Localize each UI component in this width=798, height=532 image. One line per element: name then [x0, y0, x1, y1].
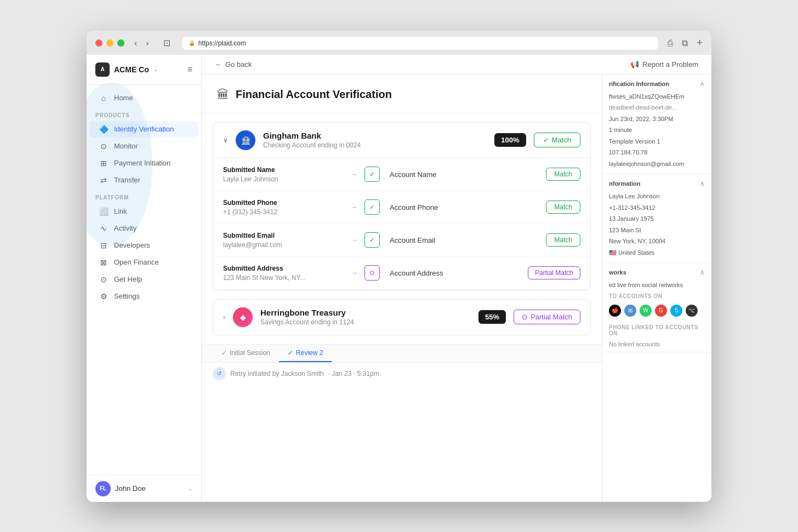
tab-review-2[interactable]: ✓ Review 2: [279, 345, 332, 362]
home-label: Home: [114, 94, 133, 102]
sidebar-item-home[interactable]: ⌂ Home: [90, 90, 198, 106]
sidebar-item-identity-verification[interactable]: 🔷 Identity Verification: [90, 121, 198, 138]
company-name: ACME Co: [114, 65, 149, 74]
submitted-name-label: Submitted Name: [223, 166, 344, 174]
herringbone-partial-match-button[interactable]: ⊙ Partial Match: [514, 310, 580, 324]
sidebar: A ACME Co ⌄ ≡ ⌂ Home PRODUCTS 🔷 Identity…: [87, 55, 202, 502]
gingham-logo-icon: 🏦: [241, 136, 250, 145]
company-info: A ACME Co ⌄: [95, 62, 158, 77]
gingham-chevron-icon[interactable]: ∨: [223, 136, 228, 144]
herringbone-chevron-icon[interactable]: ›: [223, 313, 225, 321]
networks-description: ed live from social networks: [602, 279, 711, 291]
back-arrow-icon: ←: [215, 60, 222, 68]
page-title: Financial Account Verification: [236, 88, 392, 101]
go-back-button[interactable]: ← Go back: [215, 60, 252, 68]
person-city: New York, NY, 10004: [602, 236, 711, 247]
address-verification-row: Submitted Address 123 Main St New York, …: [213, 257, 590, 290]
account-header-herringbone[interactable]: › ◆ Herringbone Treasury Savings Account…: [213, 300, 590, 335]
submitted-name-field: Submitted Name Layla Lee Johnson: [223, 166, 344, 183]
get-help-icon: ⊙: [99, 275, 109, 284]
sidebar-item-get-help[interactable]: ⊙ Get Help: [90, 271, 198, 288]
url-text: https://plaid.com: [198, 39, 246, 47]
bottom-tabs: ✓ Initial Session ✓ Review 2: [202, 344, 602, 362]
name-arrow-icon: →: [350, 170, 358, 179]
verification-info-title: rification Information: [609, 81, 669, 87]
close-button[interactable]: [95, 39, 102, 47]
phone-linked-label: PHONE LINKED TO ACCOUNTS ON: [602, 322, 711, 339]
bank-icon: 🏛: [217, 88, 229, 102]
initial-session-check: ✓: [221, 349, 227, 357]
sidebar-item-payment-initiation[interactable]: ⊞ Payment Initiation: [90, 155, 198, 171]
monitor-icon: ⊙: [99, 142, 109, 151]
personal-info-collapse[interactable]: ∧: [700, 180, 705, 187]
maximize-button[interactable]: [117, 39, 124, 47]
apple-icon: 🍎: [609, 305, 621, 317]
phone-match-button[interactable]: Match: [546, 201, 580, 214]
content-area: 🏛 Financial Account Verification ∨ 🏦 Gin…: [202, 75, 711, 502]
report-problem-button[interactable]: 📢 Report a Problem: [630, 60, 698, 68]
main-content: ← Go back 📢 Report a Problem 🏛 Financial…: [202, 55, 711, 502]
sidebar-menu-button[interactable]: ≡: [187, 65, 192, 75]
sidebar-item-developers[interactable]: ⊟ Developers: [90, 237, 198, 254]
verification-date: Jun 23rd, 2022, 3:30PM: [602, 113, 711, 125]
gingham-subtitle: Checking Account ending in 0024: [263, 141, 487, 149]
back-button[interactable]: ‹: [131, 37, 140, 49]
sidebar-item-activity[interactable]: ∿ Activity: [90, 220, 198, 237]
new-tab-button[interactable]: ⧉: [680, 36, 690, 50]
github-icon: ⌥: [686, 305, 698, 317]
lock-icon: 🔒: [189, 40, 195, 46]
retry-text: Retry initiated by Jackson Smith: [230, 370, 324, 377]
name-match-button[interactable]: Match: [546, 168, 580, 181]
company-chevron-icon[interactable]: ⌄: [153, 66, 158, 72]
account-header-gingham[interactable]: ∨ 🏦 Gingham Bank Checking Account ending…: [213, 123, 590, 158]
add-tab-button[interactable]: +: [697, 37, 703, 49]
sidebar-item-settings[interactable]: ⚙ Settings: [90, 288, 198, 305]
submitted-phone-field: Submitted Phone +1 (312) 345-3412: [223, 199, 344, 216]
open-finance-label: Open Finance: [114, 258, 159, 266]
person-street: 123 Main St: [602, 225, 711, 236]
nav-buttons: ‹ ›: [131, 37, 152, 49]
report-icon: 📢: [630, 60, 639, 68]
email-match-button[interactable]: Match: [546, 233, 580, 247]
home-icon: ⌂: [99, 94, 109, 102]
sidebar-footer: FL John Doe ⌄: [87, 475, 201, 502]
user-name: John Doe: [115, 484, 184, 493]
whatsapp-icon: W: [640, 305, 652, 317]
email-check-icon: ✓: [364, 232, 380, 248]
transfer-label: Transfer: [114, 176, 140, 184]
networks-header: works ∧: [602, 263, 711, 279]
submitted-address-field: Submitted Address 123 Main St New York, …: [223, 265, 344, 282]
share-button[interactable]: ⎙: [665, 36, 675, 50]
settings-icon: ⚙: [99, 292, 109, 301]
sidebar-item-open-finance[interactable]: ⊠ Open Finance: [90, 254, 198, 271]
phone-check-icon: ✓: [364, 199, 380, 215]
ip-address: 107.184.70.78: [602, 147, 711, 158]
personal-info-header: nformation ∧: [602, 174, 711, 191]
address-bar[interactable]: 🔒 https://plaid.com: [181, 36, 659, 50]
address-partial-match-button[interactable]: Partial Match: [528, 266, 580, 279]
forward-button[interactable]: ›: [142, 37, 152, 49]
skype-icon: S: [670, 305, 682, 317]
partial-match-icon: ⊙: [522, 313, 528, 321]
retry-timestamp: · Jan 23 · 5:31pm: [328, 370, 379, 377]
sidebar-item-transfer[interactable]: ⇄ Transfer: [90, 172, 198, 188]
account-card-gingham: ∨ 🏦 Gingham Bank Checking Account ending…: [213, 122, 591, 290]
email-arrow-icon: →: [350, 236, 358, 244]
sidebar-toggle-button[interactable]: ⊡: [159, 37, 175, 49]
developers-label: Developers: [114, 241, 150, 249]
verification-info-collapse[interactable]: ∧: [700, 80, 705, 88]
herringbone-info: Herringbone Treasury Savings Account end…: [260, 308, 471, 326]
phone-verification-row: Submitted Phone +1 (312) 345-3412 → ✓ Ac…: [213, 191, 590, 224]
tab-initial-session[interactable]: ✓ Initial Session: [213, 345, 279, 362]
networks-collapse[interactable]: ∧: [700, 268, 705, 276]
browser-chrome: ‹ › ⊡ 🔒 https://plaid.com ⎙ ⧉ +: [87, 31, 711, 55]
identity-verification-label: Identity Verification: [114, 125, 174, 133]
minimize-button[interactable]: [106, 39, 113, 47]
sidebar-item-monitor[interactable]: ⊙ Monitor: [90, 138, 198, 155]
submitted-name-value: Layla Lee Johnson: [223, 175, 344, 183]
gingham-match-button[interactable]: ✓ Match: [534, 133, 580, 147]
sidebar-item-link[interactable]: ⬜ Link: [90, 203, 198, 220]
user-chevron-icon[interactable]: ⌄: [188, 485, 192, 491]
identity-verification-icon: 🔷: [99, 125, 109, 134]
user-avatar: FL: [95, 481, 111, 496]
